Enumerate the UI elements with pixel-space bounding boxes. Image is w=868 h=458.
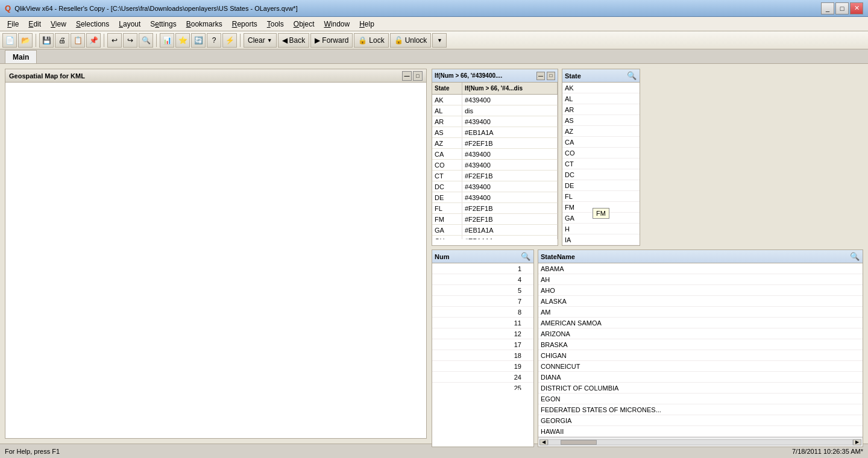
clear-button[interactable]: Clear ▼ [244,33,277,48]
list-item[interactable]: AHO [538,285,863,296]
close-button[interactable]: ✕ [850,2,863,14]
table-row[interactable]: AR#439400 [432,116,558,127]
clear-dropdown-icon[interactable]: ▼ [267,37,272,43]
table-row[interactable]: CO#439400 [432,160,558,171]
list-item[interactable]: BRASKA [538,339,863,350]
table-row[interactable]: FL#F2EF1B [432,203,558,214]
table-row[interactable]: CT#F2EF1B [432,171,558,181]
list-item[interactable]: 7 [432,296,533,307]
list-item[interactable]: 19 [432,361,533,372]
horiz-scroll-thumb[interactable] [561,440,597,445]
table-row[interactable]: AZ#F2EF1B [432,138,558,149]
table-row[interactable]: DE#439400 [432,192,558,203]
list-item[interactable]: CHIGAN [538,350,863,361]
undo-button[interactable]: ↩ [107,33,122,48]
list-item[interactable]: AR [562,104,640,115]
list-item[interactable]: GEORGIA [538,415,863,426]
list-item[interactable]: H [562,224,640,234]
menu-edit[interactable]: Edit [24,19,46,30]
scroll-left-btn[interactable]: ◀ [539,439,548,445]
list-item[interactable]: FM [562,202,640,213]
list-item[interactable]: DISTRICT OF COLUMBIA [538,383,863,394]
table-row[interactable]: DC#439400 [432,181,558,192]
num-search-icon[interactable]: 🔍 [520,251,531,262]
table-row[interactable]: AS#EB1A1A [432,127,558,138]
if-num-maximize-btn[interactable]: □ [547,72,555,80]
open-button[interactable]: 📂 [18,33,33,48]
statename-search-icon[interactable]: 🔍 [849,251,860,262]
menu-view[interactable]: View [46,19,71,30]
menu-layout[interactable]: Layout [114,19,145,30]
new-button[interactable]: 📄 [2,33,17,48]
list-item[interactable]: CONNEICUT [538,361,863,372]
menu-object[interactable]: Object [289,19,319,30]
find-button[interactable]: 🔍 [139,33,153,48]
list-item[interactable]: AS [562,115,640,126]
list-item[interactable]: ARIZONA [538,328,863,339]
list-item[interactable]: AMERICAN SAMOA [538,318,863,328]
list-item[interactable]: FEDERATED STATES OF MICRONES... [538,404,863,415]
menu-file[interactable]: File [2,19,24,30]
list-item[interactable]: 4 [432,274,533,285]
list-item[interactable]: 8 [432,307,533,318]
list-item[interactable]: 17 [432,339,533,350]
menu-bookmarks[interactable]: Bookmarks [181,19,227,30]
copy-button[interactable]: 📋 [71,33,85,48]
list-item[interactable]: 1 [432,263,533,274]
table-row[interactable]: GU#EB1A1A [432,236,558,239]
list-item[interactable]: 18 [432,350,533,361]
list-item[interactable]: DC [562,169,640,180]
maximize-button[interactable]: □ [835,2,849,14]
paste-button[interactable]: 📌 [86,33,101,48]
toolbar-extra[interactable]: ▼ [432,33,447,48]
minimize-button[interactable]: _ [821,2,834,14]
list-item[interactable]: EGON [538,394,863,404]
list-item[interactable]: FL [562,191,640,202]
forward-button[interactable]: ▶ Forward [310,33,353,48]
misc-button[interactable]: ⚡ [222,33,237,48]
list-item[interactable]: AM [538,307,863,318]
lock-button[interactable]: 🔒 Lock [354,33,388,48]
menu-window[interactable]: Window [319,19,354,30]
save-button[interactable]: 💾 [39,33,54,48]
menu-selections[interactable]: Selections [71,19,114,30]
unlock-button[interactable]: 🔓 Unlock [390,33,432,48]
list-item[interactable]: CA [562,137,640,148]
list-item[interactable]: 5 [432,285,533,296]
table-row[interactable]: AK#439400 [432,95,558,105]
list-item[interactable]: CT [562,158,640,169]
list-item[interactable]: ABAMA [538,263,863,274]
list-item[interactable]: ALASKA [538,296,863,307]
help2-button[interactable]: ? [207,33,221,48]
menu-help[interactable]: Help [354,19,379,30]
list-item[interactable]: CO [562,148,640,158]
table-row[interactable]: CA#439400 [432,149,558,160]
tab-main[interactable]: Main [5,50,37,63]
state-search-icon[interactable]: 🔍 [626,71,637,81]
table-row[interactable]: ALdis [432,105,558,116]
reload-button[interactable]: 🔄 [191,33,206,48]
map-maximize-button[interactable]: □ [413,71,423,81]
list-item[interactable]: 12 [432,328,533,339]
list-item[interactable]: AK [562,83,640,93]
list-item[interactable]: IA [562,234,640,245]
list-item[interactable]: AH [538,274,863,285]
map-minimize-button[interactable]: — [402,71,412,81]
list-item[interactable]: AL [562,93,640,104]
menu-tools[interactable]: Tools [262,19,289,30]
table-row[interactable]: GA#EB1A1A [432,225,558,236]
list-item[interactable]: 24 [432,372,533,383]
back-button[interactable]: ◀ Back [278,33,310,48]
table-row[interactable]: FM#F2EF1B [432,214,558,225]
list-item[interactable]: 11 [432,318,533,328]
list-item[interactable]: DIANA [538,372,863,383]
star-button[interactable]: ⭐ [175,33,190,48]
statename-horiz-scroll[interactable]: ◀ ▶ [538,437,863,447]
scroll-right-btn[interactable]: ▶ [853,439,861,445]
if-num-minimize-btn[interactable]: — [536,72,545,80]
list-item[interactable]: GA [562,213,640,224]
chart-button[interactable]: 📊 [160,33,174,48]
print-button[interactable]: 🖨 [55,33,69,48]
menu-reports[interactable]: Reports [227,19,262,30]
list-item[interactable]: 25 [432,383,533,390]
